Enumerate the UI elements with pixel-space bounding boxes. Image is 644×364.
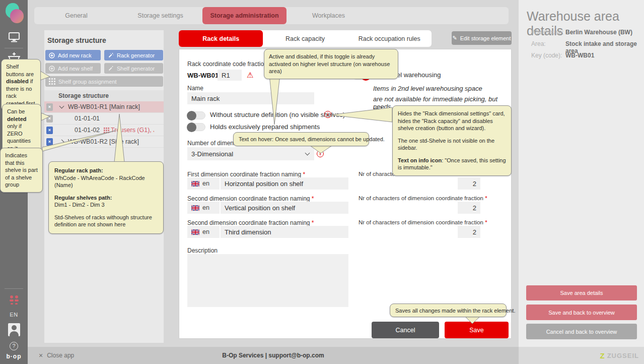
callout-shelf-buttons-disabled: Shelf buttons are disabled if there is n… — [1, 59, 41, 111]
callout-text-bold: Regular shelves path: — [54, 194, 158, 202]
callout-text: Hides the "Rack dimensional settings" ca… — [398, 110, 506, 132]
add-new-rack-label: Add new rack — [58, 52, 92, 58]
callout-text-bold: Regular rack path: — [54, 167, 158, 174]
cancel-button[interactable]: Cancel — [372, 322, 439, 338]
callout-hover-note: Text on hover: Once saved, dimensions ca… — [233, 132, 369, 146]
tree-row-label: WB-WB01-R2 [Side rack] — [68, 138, 139, 145]
pencil-icon: ✎ — [452, 35, 457, 41]
key-code-label: Key (code): — [531, 52, 562, 59]
tab-rack-details[interactable]: Rack details — [179, 30, 263, 47]
dim3-language-code: en — [202, 228, 209, 235]
callout-text: Std-Shelves of racks withough structure … — [54, 214, 158, 228]
save-area-details-button[interactable]: Save area details — [526, 285, 637, 300]
bop-logo: b·op — [0, 352, 28, 361]
callout-hides-settings: Hides the "Rack dimensional settings" ca… — [392, 105, 512, 176]
callout-text-bold: Text on info icon — [398, 157, 442, 163]
avatar-icon[interactable] — [0, 323, 28, 337]
shelf-group-grid-icon — [104, 128, 109, 133]
delete-icon[interactable]: × — [46, 103, 53, 111]
prepared-shipments-toggle[interactable] — [187, 123, 205, 131]
language-indicator[interactable]: EN — [0, 311, 28, 319]
save-button[interactable]: Save — [445, 322, 509, 338]
callout-shelve-group-indicator: Indicates that this shelve is part of a … — [0, 148, 43, 193]
rack-tabs: Rack details Rack capacity Rack occupati… — [179, 30, 432, 47]
toggle-knob — [187, 111, 196, 120]
cancel-and-back-button[interactable]: Cancel and back to overview — [526, 324, 637, 339]
tab-rack-capacity[interactable]: Rack capacity — [263, 30, 347, 47]
rack-name-input[interactable] — [187, 92, 314, 104]
dim2-language-code: en — [202, 204, 209, 211]
zugseil-label: ZUGSEIL — [607, 352, 639, 359]
rack-code-label-text: Rack coordinate code fraction — [187, 60, 267, 68]
users-icon[interactable] — [0, 294, 28, 307]
help-icon[interactable]: ? — [0, 341, 28, 351]
save-and-back-button[interactable]: Save and back to overview — [526, 305, 637, 320]
required-mark: * — [485, 195, 487, 201]
dim1-language-selector[interactable]: en — [187, 177, 220, 190]
callout-text: Active and disabled, if this toggle is a… — [269, 53, 390, 74]
logo-pink-shape — [10, 9, 24, 23]
tree-row-rack-r1[interactable]: × WB-WB01-R1 [Main rack] — [44, 101, 164, 113]
info-icon[interactable]: i — [324, 111, 331, 118]
tree-row-shelf-01-01-01[interactable]: × 01-01-01 — [44, 113, 164, 125]
dim2-language-selector[interactable]: en — [187, 202, 220, 214]
chevron-down-icon — [305, 151, 310, 156]
name-label: Name — [187, 85, 203, 92]
required-mark: * — [303, 171, 305, 178]
prepared-shipments-label: Holds exclusively prepared shipments — [210, 123, 320, 131]
area-label: Area: — [531, 40, 546, 47]
tree-header: Storage structure — [44, 90, 164, 101]
edit-storage-element-button[interactable]: ✎ Edit storage element — [452, 31, 512, 45]
rack-generator-label: Rack generator — [117, 52, 155, 58]
description-label: Description — [187, 247, 218, 254]
tree-row-rack-r2[interactable]: × WB-WB01-R2 [Side rack] — [44, 136, 164, 148]
dim3-nr-input[interactable]: 2 — [458, 226, 480, 238]
dim3-label-text: Second dimension coordinate fraction nam… — [187, 219, 310, 226]
chevron-right-icon[interactable] — [59, 139, 64, 144]
dim3-language-selector[interactable]: en — [187, 226, 220, 238]
shelf-group-assignment-label: Shelf group assignment — [58, 79, 117, 85]
sidebar-divider — [5, 288, 23, 289]
help-glyph: ? — [10, 342, 18, 350]
dim1-nr-input[interactable]: 2 — [458, 177, 480, 190]
dim3-naming-input[interactable] — [221, 226, 348, 238]
tab-workplaces[interactable]: Workplaces — [287, 7, 371, 24]
delete-icon[interactable]: × — [46, 127, 53, 134]
delete-icon[interactable]: × — [46, 115, 53, 123]
dim2-nr-label-text: Nr of characters of dimension coordinate… — [359, 195, 483, 201]
chevron-down-icon[interactable] — [59, 103, 64, 108]
tab-storage-administration[interactable]: Storage administration — [202, 7, 287, 24]
dim2-naming-input[interactable] — [221, 202, 348, 214]
uk-flag-icon — [191, 229, 199, 235]
key-code-value: WB-WB01 — [565, 52, 594, 59]
tree-row-shelf-01-01-02[interactable]: × 01-01-02 Trousers (G1), Jean... — [44, 125, 164, 136]
callout-text: Indicates that this shelve is part of a … — [5, 152, 38, 188]
delete-icon[interactable]: × — [46, 138, 53, 146]
callout-text: The one std-Shelve is not visible on the… — [398, 137, 506, 152]
shelf-generator-button[interactable]: Shelf generator — [104, 63, 163, 74]
tree-row-label: WB-WB01-R1 [Main rack] — [68, 103, 140, 110]
rack-code-input[interactable] — [218, 70, 242, 81]
shelf-group-assignment-button[interactable]: Shelf group assignment — [45, 76, 163, 87]
dim2-nr-input[interactable]: 2 — [458, 202, 480, 214]
tab-storage-settings[interactable]: Storage settings — [118, 7, 202, 24]
info-icon[interactable]: i — [317, 150, 324, 157]
tab-general[interactable]: General — [34, 7, 118, 24]
top-navigation: General Storage settings Storage adminis… — [34, 7, 509, 24]
dim1-naming-input[interactable] — [221, 177, 348, 190]
rack-generator-button[interactable]: Rack generator — [104, 50, 163, 60]
description-textarea[interactable] — [187, 254, 348, 307]
add-new-shelf-button[interactable]: Add new shelf — [45, 63, 101, 74]
dimensions-select[interactable]: 3-Dimensional — [187, 147, 314, 160]
footer-brand-bar: Z ZUGSEIL — [519, 347, 644, 364]
without-structure-toggle[interactable] — [187, 111, 205, 119]
dim3-nr-label: Nr of characters of dimension coordinate… — [359, 219, 487, 225]
app-logo[interactable] — [0, 0, 28, 26]
monitor-icon[interactable] — [0, 31, 28, 43]
callout-text: Saves all changes made within the rack e… — [395, 308, 515, 314]
zugseil-logo: Z ZUGSEIL — [600, 347, 639, 364]
add-new-rack-button[interactable]: Add new rack — [45, 50, 101, 60]
add-new-shelf-label: Add new shelf — [58, 66, 93, 72]
tab-rack-occupation-rules[interactable]: Rack occupation rules — [347, 30, 432, 47]
callout-text-bold: disabled — [6, 78, 29, 84]
